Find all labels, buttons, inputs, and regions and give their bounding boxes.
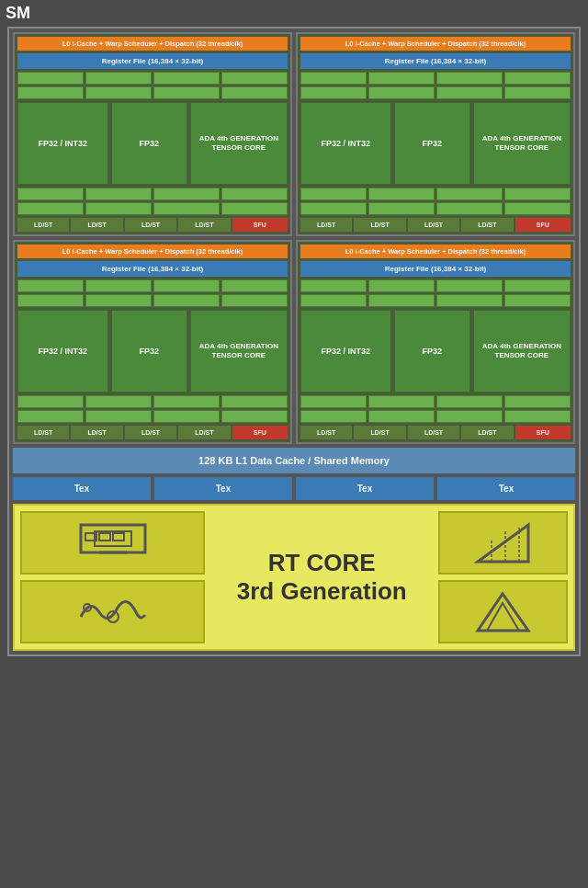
tex-2: Tex (296, 477, 434, 500)
ldst-0: LD/ST (17, 218, 69, 232)
grid-cell (436, 294, 503, 307)
grid-cell (504, 188, 571, 200)
sub-proc-2: L0 i-Cache + Warp Scheduler + Dispatch (… (13, 240, 292, 444)
tensor-core-2: ADA 4th GENERATION TENSOR CORE (190, 310, 288, 393)
ldst-6: LD/ST (408, 218, 459, 232)
top-small-grid-0 (17, 72, 288, 99)
grid-cell (221, 279, 288, 292)
grid-cell (17, 188, 84, 200)
tensor-core-1: ADA 4th GENERATION TENSOR CORE (473, 102, 571, 185)
ldst-3: LD/ST (178, 218, 230, 232)
ldst-12: LD/ST (300, 426, 352, 439)
tex-row: Tex Tex Tex Tex (13, 477, 575, 500)
sfu-1: SFU (515, 218, 571, 232)
grid-cell (17, 202, 84, 215)
grid-cell (17, 294, 84, 307)
rt-core-label: RT CORE (268, 549, 376, 577)
grid-cell (300, 72, 367, 85)
bot-small-grid-0 (17, 188, 288, 215)
ldst-10: LD/ST (125, 426, 176, 439)
tensor-core-0: ADA 4th GENERATION TENSOR CORE (190, 102, 288, 185)
func-area-3: FP32 / INT32 FP32 ADA 4th GENERATION TEN… (300, 310, 571, 393)
grid-cell (221, 188, 288, 200)
grid-cell (436, 279, 503, 292)
bot-small-grid-2 (17, 395, 288, 423)
grid-cell (504, 395, 571, 408)
l0-header-2: L0 i-Cache + Warp Scheduler + Dispatch (… (17, 245, 288, 258)
ldst-13: LD/ST (354, 426, 405, 439)
grid-cell (504, 202, 571, 215)
ldst-15: LD/ST (461, 426, 513, 439)
bot-small-grid-1 (300, 188, 571, 215)
reg-file-2: Register File (16,384 × 32-bit) (17, 261, 288, 277)
sfu-0: SFU (232, 218, 288, 232)
grid-cell (504, 410, 571, 423)
svg-marker-13 (487, 603, 519, 631)
grid-cell (436, 202, 503, 215)
fp32-int32-2: FP32 / INT32 (17, 310, 108, 393)
tensor-core-3: ADA 4th GENERATION TENSOR CORE (473, 310, 571, 393)
ldst-row-1: LD/ST LD/ST LD/ST LD/ST SFU (300, 218, 571, 232)
wave-icon (76, 589, 150, 635)
grid-cell (300, 202, 367, 215)
grid-cell (221, 72, 288, 85)
grid-cell (221, 86, 288, 99)
reg-file-3: Register File (16,384 × 32-bit) (300, 261, 571, 277)
grid-cell (368, 279, 435, 292)
reg-file-1: Register File (16,384 × 32-bit) (300, 53, 571, 69)
ldst-9: LD/ST (71, 426, 122, 439)
top-small-grid-3 (300, 279, 571, 307)
grid-cell (436, 86, 503, 99)
l0-header-1: L0 i-Cache + Warp Scheduler + Dispatch (… (300, 37, 571, 51)
grid-cell (436, 72, 503, 85)
grid-cell (368, 188, 435, 200)
svg-marker-8 (478, 525, 528, 562)
ldst-14: LD/ST (408, 426, 459, 439)
grid-cell (300, 395, 367, 408)
ldst-11: LD/ST (178, 426, 230, 439)
grid-cell (85, 72, 152, 85)
ldst-1: LD/ST (71, 218, 122, 232)
grid-cell (153, 72, 220, 85)
sfu-2: SFU (232, 426, 288, 439)
grid-cell (17, 72, 84, 85)
grid-cell (221, 395, 288, 408)
grid-cell (368, 72, 435, 85)
grid-cell (221, 294, 288, 307)
ldst-row-0: LD/ST LD/ST LD/ST LD/ST SFU (17, 218, 288, 232)
rt-triangle-bottom (438, 580, 568, 643)
grid-cell (153, 188, 220, 200)
grid-cell (300, 410, 367, 423)
sub-proc-0: L0 i-Cache + Warp Scheduler + Dispatch (… (13, 32, 292, 236)
fp32-3: FP32 (394, 310, 470, 393)
grid-cell (436, 188, 503, 200)
grid-cell (504, 72, 571, 85)
grid-cell (17, 395, 84, 408)
rt-left-panels (15, 506, 210, 649)
quad-grid: L0 i-Cache + Warp Scheduler + Dispatch (… (13, 32, 575, 444)
ldst-row-3: LD/ST LD/ST LD/ST LD/ST SFU (300, 426, 571, 439)
grid-cell (368, 395, 435, 408)
grid-cell (300, 188, 367, 200)
grid-cell (17, 86, 84, 99)
fp32-int32-1: FP32 / INT32 (300, 102, 391, 185)
l0-header-3: L0 i-Cache + Warp Scheduler + Dispatch (… (300, 245, 571, 258)
grid-cell (85, 86, 152, 99)
rt-core-center: RT CORE 3rd Generation (210, 506, 433, 649)
bot-small-grid-3 (300, 395, 571, 423)
ldst-4: LD/ST (300, 218, 352, 232)
top-small-grid-1 (300, 72, 571, 99)
ldst-7: LD/ST (461, 218, 513, 232)
grid-cell (504, 86, 571, 99)
func-area-1: FP32 / INT32 FP32 ADA 4th GENERATION TEN… (300, 102, 571, 185)
fp32-2: FP32 (111, 310, 187, 393)
ldst-8: LD/ST (17, 426, 69, 439)
l1-cache: 128 KB L1 Data Cache / Shared Memory (13, 448, 575, 473)
grid-cell (153, 202, 220, 215)
func-area-0: FP32 / INT32 FP32 ADA 4th GENERATION TEN… (17, 102, 288, 185)
sm-label: SM (0, 0, 588, 27)
tex-0: Tex (13, 477, 151, 500)
tex-1: Tex (154, 477, 292, 500)
grid-cell (221, 202, 288, 215)
grid-cell (300, 279, 367, 292)
